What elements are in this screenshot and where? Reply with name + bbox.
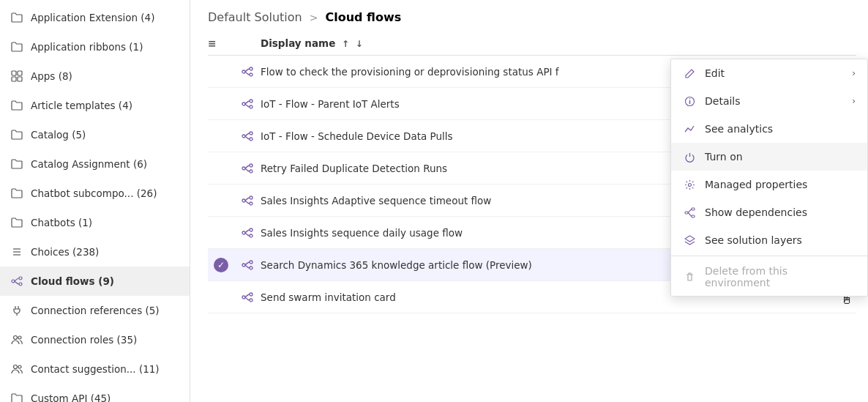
folder-icon <box>10 392 23 402</box>
svg-point-24 <box>242 167 245 170</box>
svg-point-14 <box>18 365 21 368</box>
menu-item-see-solution-layers[interactable]: See solution layers <box>671 226 867 254</box>
row-check-7[interactable]: ✓ <box>208 258 234 272</box>
sidebar-item-connection-references[interactable]: Connection references (5) <box>0 296 190 325</box>
row-flow-icon-6 <box>234 227 261 239</box>
svg-point-29 <box>250 202 252 205</box>
sort-desc-icon[interactable]: ↓ <box>356 39 363 49</box>
sidebar-item-apps[interactable]: Apps (8) <box>0 62 190 91</box>
svg-point-25 <box>250 164 252 167</box>
header-name-col[interactable]: Display name ↑ ↓ <box>261 37 856 49</box>
menu-label-show-dependencies: Show dependencies <box>705 206 856 218</box>
svg-point-21 <box>242 135 245 138</box>
menu-label-details: Details <box>705 95 843 107</box>
row-flow-icon-1 <box>234 66 261 78</box>
sidebar-label-app-ribbons: Application ribbons (1) <box>31 41 181 53</box>
svg-point-31 <box>250 228 252 231</box>
row-flow-icon-8 <box>234 291 261 303</box>
svg-point-38 <box>250 299 252 302</box>
svg-line-46 <box>688 209 692 212</box>
sidebar-label-connection-references: Connection references (5) <box>31 305 181 316</box>
menu-item-delete: Delete from this environment <box>671 258 867 296</box>
sort-asc-icon[interactable]: ↑ <box>342 39 349 49</box>
svg-point-26 <box>250 170 252 173</box>
menu-label-see-solution-layers: See solution layers <box>705 234 856 246</box>
sidebar-item-contact-suggestion[interactable]: Contact suggestion... (11) <box>0 354 190 384</box>
flow-icon <box>10 275 23 288</box>
svg-point-23 <box>250 138 252 141</box>
svg-point-22 <box>250 132 252 135</box>
sidebar-item-article-templates[interactable]: Article templates (4) <box>0 91 190 120</box>
svg-rect-44 <box>692 208 695 210</box>
svg-point-11 <box>14 336 18 340</box>
svg-rect-2 <box>12 77 16 81</box>
menu-item-show-dependencies[interactable]: Show dependencies <box>671 198 867 226</box>
sidebar-item-choices[interactable]: Choices (238) <box>0 237 190 267</box>
svg-rect-45 <box>692 215 695 217</box>
svg-marker-48 <box>685 236 695 242</box>
svg-rect-3 <box>18 77 22 81</box>
breadcrumb: Default Solution > Cloud flows <box>190 0 868 31</box>
sidebar-label-contact-suggestion: Contact suggestion... (11) <box>31 363 181 375</box>
table-sort-icon[interactable]: ≡ <box>208 37 217 49</box>
sidebar-item-catalog[interactable]: Catalog (5) <box>0 120 190 149</box>
svg-point-41 <box>689 98 690 100</box>
svg-point-33 <box>242 264 245 267</box>
svg-point-42 <box>688 183 691 186</box>
folder-icon <box>10 11 23 24</box>
folder-icon <box>10 128 23 141</box>
folder-icon <box>10 99 23 112</box>
sidebar-item-custom-api[interactable]: Custom API (45) <box>0 384 190 402</box>
row-flow-icon-3 <box>234 130 261 142</box>
menu-item-details[interactable]: Details› <box>671 87 867 115</box>
folder-icon <box>10 187 23 200</box>
menu-divider <box>671 256 867 256</box>
sidebar-item-catalog-assignment[interactable]: Catalog Assignment (6) <box>0 149 190 179</box>
svg-rect-0 <box>12 71 16 75</box>
svg-point-18 <box>242 103 245 105</box>
sidebar-item-app-extension[interactable]: Application Extension (4) <box>0 3 190 32</box>
sidebar-item-connection-roles[interactable]: Connection roles (35) <box>0 325 190 354</box>
svg-point-27 <box>242 199 245 202</box>
menu-label-see-analytics: See analytics <box>705 123 856 135</box>
sidebar-label-app-extension: Application Extension (4) <box>31 12 181 23</box>
sidebar-item-cloud-flows[interactable]: Cloud flows (9) <box>0 267 190 296</box>
folder-icon <box>10 157 23 171</box>
row-flow-icon-2 <box>234 98 261 110</box>
svg-point-32 <box>250 234 252 237</box>
menu-item-edit[interactable]: Edit› <box>671 59 867 87</box>
chevron-right-icon: › <box>852 96 856 106</box>
breadcrumb-parent[interactable]: Default Solution <box>208 10 302 24</box>
svg-point-8 <box>19 277 22 280</box>
pencil-menu-icon <box>683 67 696 80</box>
svg-point-15 <box>242 70 245 73</box>
list-icon <box>10 245 23 258</box>
sidebar-label-article-templates: Article templates (4) <box>31 100 181 111</box>
breadcrumb-separator: > <box>310 12 318 23</box>
menu-item-see-analytics[interactable]: See analytics <box>671 115 867 143</box>
sidebar-item-chatbot-subcompo[interactable]: Chatbot subcompo... (26) <box>0 179 190 208</box>
svg-point-13 <box>14 365 18 369</box>
menu-item-managed-properties[interactable]: Managed properties <box>671 171 867 198</box>
svg-point-28 <box>250 196 252 199</box>
svg-point-34 <box>250 261 252 264</box>
breadcrumb-current: Cloud flows <box>325 10 401 24</box>
main-content: Default Solution > Cloud flows ≡ Display… <box>190 0 868 402</box>
chevron-right-icon: › <box>852 68 856 78</box>
svg-point-19 <box>250 100 252 103</box>
svg-point-20 <box>250 105 252 108</box>
folder-icon <box>10 40 23 53</box>
menu-item-turn-on[interactable]: Turn on <box>671 143 867 171</box>
sidebar-item-chatbots[interactable]: Chatbots (1) <box>0 208 190 237</box>
check-circle: ✓ <box>214 258 228 272</box>
table-header: ≡ Display name ↑ ↓ <box>208 31 856 56</box>
svg-point-16 <box>250 67 252 70</box>
svg-rect-1 <box>18 71 22 75</box>
sidebar-item-app-ribbons[interactable]: Application ribbons (1) <box>0 32 190 62</box>
grid-icon <box>10 70 23 83</box>
svg-point-12 <box>18 336 21 339</box>
svg-point-35 <box>250 267 252 269</box>
chart-menu-icon <box>683 122 696 135</box>
svg-point-9 <box>19 283 22 286</box>
svg-point-36 <box>242 296 245 299</box>
